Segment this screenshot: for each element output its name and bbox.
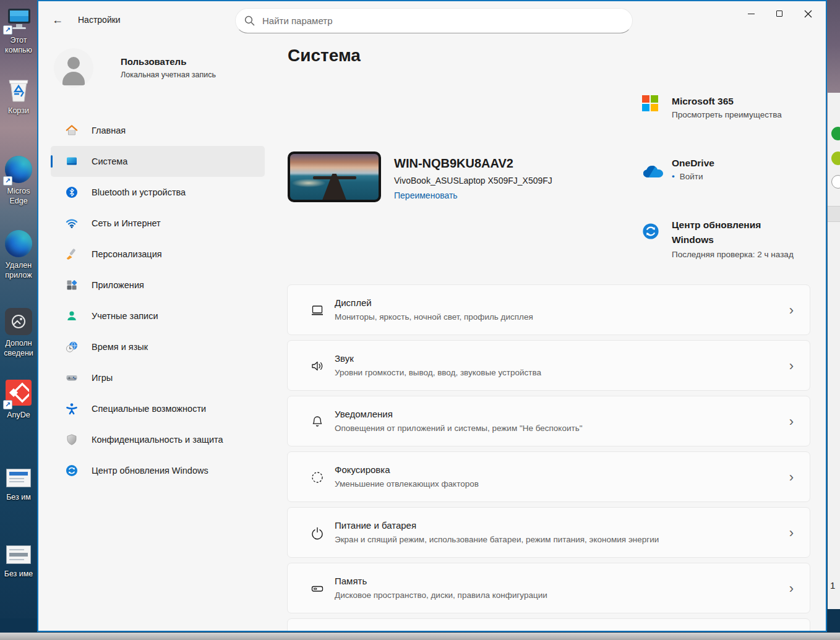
background-window-fragment [0, 618, 37, 632]
row-display[interactable]: Дисплей Мониторы, яркость, ночной свет, … [287, 284, 810, 335]
desktop-icon-label: Без им [0, 492, 37, 502]
sidebar-item-accounts[interactable]: Учетные записи [51, 301, 265, 331]
desktop-icon-untitled-2[interactable]: Без име [0, 542, 37, 579]
page-title: Система [288, 46, 361, 66]
sidebar-item-label: Сеть и Интернет [92, 218, 161, 228]
desktop-icon-edge[interactable]: ↗ Micros Edge [0, 156, 37, 207]
sidebar-item-label: Персонализация [92, 249, 162, 259]
bell-icon [310, 414, 325, 429]
maximize-button[interactable] [765, 1, 794, 26]
background-window-fragment [828, 609, 840, 632]
search-input[interactable] [262, 15, 624, 26]
desktop-icon-remote-apps[interactable]: Удален прилож [0, 230, 37, 281]
edge-icon [4, 230, 33, 258]
sidebar-item-time-language[interactable]: Время и язык [51, 331, 265, 362]
sidebar-item-bluetooth-devices[interactable]: Bluetooth и устройства [51, 177, 265, 208]
sidebar-item-apps[interactable]: Приложения [51, 270, 265, 301]
row-title: Память [335, 576, 367, 586]
device-model: VivoBook_ASUSLaptop X509FJ_X509FJ [394, 176, 552, 186]
shortcut-arrow-icon: ↗ [3, 25, 12, 35]
row-subtitle: Мониторы, яркость, ночной свет, профиль … [335, 312, 533, 322]
promo-title: Microsoft 365 [672, 94, 795, 109]
chevron-right-icon: › [789, 469, 794, 485]
signin-link[interactable]: Войти [680, 172, 703, 181]
desktop-icon-anydesk[interactable]: ↗ AnyDe [0, 380, 37, 420]
sidebar-item-gaming[interactable]: Игры [51, 362, 265, 393]
promo-title: OneDrive [672, 156, 795, 171]
sidebar-item-accessibility[interactable]: Специальные возможности [51, 393, 265, 424]
sidebar-item-system[interactable]: Система [51, 146, 265, 177]
desktop-icon-label: Micros Edge [0, 186, 37, 207]
row-notifications[interactable]: Уведомления Оповещения от приложений и с… [287, 396, 810, 446]
storage-icon [310, 581, 325, 596]
desktop-icon-label: Дополн сведени [0, 338, 37, 359]
row-focus[interactable]: Фокусировка Уменьшение отвлекающих факто… [287, 451, 810, 502]
user-card[interactable]: Пользователь Локальная учетная запись [54, 48, 264, 89]
settings-window: ← Настройки Пользователь Локальная учетн… [37, 0, 827, 632]
white-circle [831, 175, 840, 189]
settings-rows: Дисплей Мониторы, яркость, ночной свет, … [287, 284, 810, 632]
row-subtitle: Дисковое пространство, диски, правила ко… [335, 591, 547, 600]
sidebar-item-label: Центр обновления Windows [92, 466, 208, 476]
recycle-bin-icon [4, 75, 33, 104]
desktop-icon-label: Корзи [0, 106, 37, 116]
chevron-right-icon: › [789, 525, 794, 541]
back-button[interactable]: ← [49, 12, 66, 28]
row-title: Питание и батарея [335, 520, 416, 531]
system-icon [66, 155, 78, 168]
clock-globe-icon [66, 341, 78, 353]
sidebar-item-label: Специальные возможности [92, 404, 206, 414]
apps-icon [66, 279, 78, 291]
green-circle [831, 127, 840, 140]
app-title: Настройки [78, 15, 121, 25]
desktop-icon-details[interactable]: Дополн сведени [0, 308, 37, 359]
row-sound[interactable]: Звук Уровни громкости, вывод, ввод, звук… [287, 340, 810, 391]
desktop-icon-label: Без име [0, 569, 37, 579]
device-name: WIN-NQB9KU8AAV2 [394, 156, 513, 171]
desktop-icon-recycle-bin[interactable]: Корзи [0, 75, 37, 116]
sidebar-item-label: Приложения [92, 280, 144, 290]
shortcut-arrow-icon: ↗ [3, 400, 12, 409]
chevron-right-icon: › [789, 581, 794, 597]
sidebar-item-label: Конфиденциальность и защита [92, 435, 223, 445]
sidebar-item-privacy-security[interactable]: Конфиденциальность и защита [51, 424, 265, 455]
gamepad-icon [66, 372, 78, 384]
divider [828, 206, 840, 222]
bluetooth-icon [66, 186, 78, 198]
row-power-battery[interactable]: Питание и батарея Экран и спящий режим, … [287, 507, 810, 558]
search-bar[interactable] [235, 8, 633, 33]
sidebar-item-windows-update[interactable]: Центр обновления Windows [51, 455, 265, 486]
row-subtitle: Уровни громкости, вывод, ввод, звуковые … [335, 368, 541, 377]
search-icon [244, 15, 255, 26]
sidebar-item-label: Игры [92, 373, 113, 383]
promo-title: Центр обновления Windows [672, 218, 780, 247]
sidebar-item-network-internet[interactable]: Сеть и Интернет [51, 208, 265, 239]
chevron-right-icon: › [789, 414, 794, 430]
user-name: Пользователь [121, 56, 186, 67]
row-subtitle: Экран и спящий режим, использование бата… [335, 535, 659, 544]
sidebar-item-home[interactable]: Главная [51, 115, 265, 146]
background-digit: 1 [830, 580, 835, 591]
promo-subtitle: Просмотреть преимущества [672, 110, 782, 119]
screenshot-thumbnail-icon [6, 469, 31, 487]
shortcut-arrow-icon: ↗ [3, 176, 12, 186]
screenshot-thumbnail-icon [6, 545, 31, 564]
anydesk-icon: ↗ [4, 380, 33, 408]
taskbar[interactable] [0, 633, 840, 640]
sidebar-item-personalization[interactable]: Персонализация [51, 239, 265, 270]
close-button[interactable] [794, 1, 822, 26]
row-partial[interactable] [287, 618, 810, 632]
row-subtitle: Оповещения от приложений и системы, режи… [335, 424, 583, 433]
accessibility-icon [66, 403, 78, 415]
desktop-icon-untitled-1[interactable]: Без им [0, 465, 37, 502]
avatar [54, 48, 93, 88]
row-storage[interactable]: Память Дисковое пространство, диски, пра… [287, 563, 810, 613]
rename-link[interactable]: Переименовать [394, 190, 458, 200]
device-wallpaper-thumbnail [288, 151, 381, 202]
minimize-button[interactable] [737, 1, 765, 26]
focus-icon [310, 470, 325, 485]
row-title: Фокусировка [335, 464, 390, 475]
desktop-icon-label: Этот компью [0, 35, 37, 56]
microsoft-365-icon [642, 95, 658, 111]
desktop-icon-this-pc[interactable]: ↗ Этот компью [0, 5, 37, 56]
